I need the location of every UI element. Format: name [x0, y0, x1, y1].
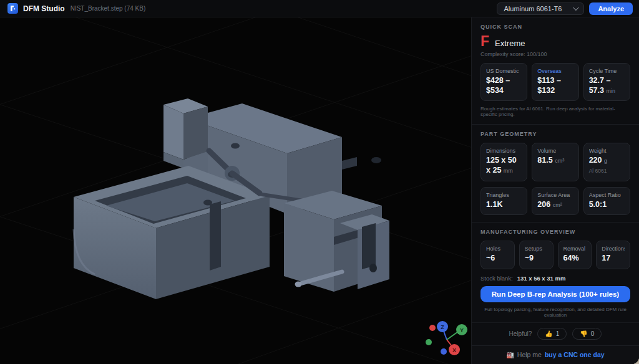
mfg-card-removal: Removal 64%: [558, 241, 592, 269]
file-info: NIST_Bracket.step (74 KB): [71, 5, 146, 12]
factory-icon: 🏭: [506, 352, 514, 358]
buy-cnc-link[interactable]: buy a CNC one day: [545, 351, 605, 358]
geometry-card-surface-area: Surface Area 206 cm²: [532, 187, 578, 216]
cycle-time-card: Cycle Time 32.7 – 57.3 min: [583, 63, 630, 101]
geometry-card-weight: Weight 220 g Al 6061: [583, 143, 630, 181]
material-dropdown[interactable]: Aluminum 6061-T6: [497, 2, 584, 15]
axis-y-label: Y: [460, 327, 464, 333]
part-model: [74, 98, 389, 299]
mfg-card-setups: Setups ~9: [519, 241, 554, 269]
part-geometry-label: PART GEOMETRY: [480, 131, 630, 137]
axis-gizmo[interactable]: Z Y X: [426, 321, 467, 355]
stock-blank-value: 131 x 56 x 31 mm: [517, 275, 566, 280]
axis-neg-z-node[interactable]: [441, 348, 447, 355]
thumbs-up-icon: 👍: [545, 330, 552, 337]
cost-card-value: 32.7 – 57.3 min: [589, 76, 625, 95]
dfm-studio-window: DFM Studio NIST_Bracket.step (74 KB) Alu…: [0, 0, 639, 364]
header-bar: DFM Studio NIST_Bracket.step (74 KB) Alu…: [0, 0, 639, 17]
chevron-down-icon: [573, 4, 579, 11]
viewport-canvas[interactable]: Z Y X: [0, 17, 471, 364]
app-logo-icon: [7, 3, 18, 14]
downvote-count: 0: [591, 330, 595, 337]
geometry-card-triangles: Triangles 1.1K: [480, 187, 527, 216]
cost-card-label: Cycle Time: [589, 68, 625, 74]
mfg-card-holes: Holes ~6: [480, 241, 515, 269]
geometry-card-dimensions: Dimensions 125 x 50 x 25 mm: [480, 143, 527, 181]
manufacturing-section: MANUFACTURING OVERVIEW Holes ~6 Setups ~…: [472, 223, 639, 280]
analysis-panel: QUICK SCAN F Extreme Complexity score: 1…: [471, 17, 639, 364]
3d-scene: Z Y X: [0, 17, 471, 364]
estimate-footnote: Rough estimates for Al 6061. Run deep an…: [480, 106, 630, 117]
geometry-card-aspect-ratio: Aspect Ratio 5.0:1: [583, 187, 630, 216]
panel-bottom: Run Deep B-rep Analysis (100+ rules) Ful…: [472, 280, 639, 364]
run-deep-analysis-button[interactable]: Run Deep B-rep Analysis (100+ rules): [480, 286, 630, 302]
app-title: DFM Studio: [23, 4, 65, 13]
upvote-count: 1: [556, 330, 560, 337]
deep-analysis-note: Full topology parsing, feature recogniti…: [480, 307, 630, 318]
grade-word: Extreme: [495, 39, 525, 48]
footer-text: Help me: [517, 351, 542, 358]
grade-letter: F: [480, 34, 489, 49]
quick-scan-section: QUICK SCAN F Extreme Complexity score: 1…: [472, 17, 639, 125]
cost-card-value: $428 – $534: [486, 76, 522, 95]
cost-card-label: US Domestic: [486, 68, 522, 74]
cost-card-us: US Domestic $428 – $534: [480, 63, 527, 101]
cost-card-value: $113 – $132: [537, 76, 573, 95]
complexity-score: Complexity score: 100/100: [480, 51, 630, 57]
cost-card-overseas: Overseas $113 – $132: [532, 63, 578, 101]
axis-neg-x-node[interactable]: [429, 325, 436, 331]
thumbs-up-button[interactable]: 👍 1: [537, 328, 567, 340]
analyze-button[interactable]: Analyze: [589, 2, 633, 15]
mfg-card-directions: Directions 17: [596, 241, 630, 269]
cost-card-label: Overseas: [537, 68, 573, 74]
panel-scroll-area[interactable]: QUICK SCAN F Extreme Complexity score: 1…: [472, 17, 639, 280]
stock-blank-label: Stock blank:: [480, 275, 513, 280]
part-geometry-section: PART GEOMETRY Dimensions 125 x 50 x 25 m…: [472, 125, 639, 223]
footer-bar: 🏭 Help me buy a CNC one day: [472, 345, 639, 364]
axis-neg-y-node[interactable]: [426, 339, 432, 345]
feedback-row: Helpful? 👍 1 👎 0: [472, 322, 639, 345]
helpful-label: Helpful?: [509, 330, 532, 337]
manufacturing-label: MANUFACTURING OVERVIEW: [480, 229, 630, 235]
axis-x-label: X: [452, 347, 456, 353]
thumbs-down-button[interactable]: 👎 0: [572, 328, 602, 340]
quick-scan-label: QUICK SCAN: [480, 24, 630, 30]
thumbs-down-icon: 👎: [580, 330, 587, 337]
axis-z-label: Z: [441, 324, 444, 330]
geometry-card-volume: Volume 81.5 cm³: [532, 143, 578, 181]
material-selected-value: Aluminum 6061-T6: [504, 5, 562, 12]
